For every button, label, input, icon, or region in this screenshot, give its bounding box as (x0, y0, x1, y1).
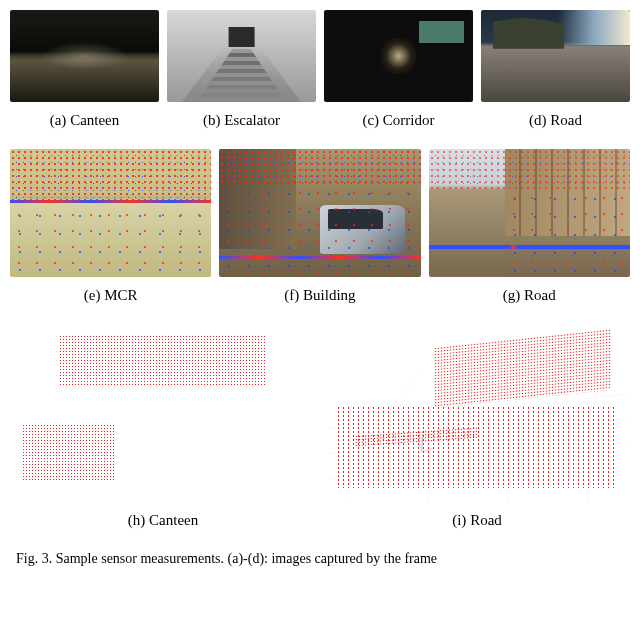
row-2: (e) MCR (f) Building (10, 149, 630, 318)
caption-label: Road (470, 512, 502, 528)
caption-tag: (a) (50, 112, 67, 128)
feature-overlay-sparse (10, 207, 211, 277)
caption-b: (b) Escalator (203, 112, 280, 129)
caption-label: Canteen (149, 512, 198, 528)
feature-overlay (219, 149, 420, 185)
image-mcr (10, 149, 211, 277)
panel-d: (d) Road (481, 10, 630, 143)
panel-h: (h) Canteen (10, 324, 316, 543)
escalator-steps-pattern (197, 49, 286, 102)
points-region (28, 385, 297, 424)
image-road-dark (481, 10, 630, 102)
panel-b: (b) Escalator (167, 10, 316, 143)
caption-c: (c) Corridor (362, 112, 434, 129)
caption-tag: (d) (529, 112, 547, 128)
caption-label: Canteen (70, 112, 119, 128)
feature-overlay-sparse (219, 185, 420, 277)
panel-i: (i) Road (324, 324, 630, 543)
figure-caption-text: Sample sensor measurements. (a)-(d): ima… (56, 551, 437, 566)
pointcloud-canteen (10, 324, 316, 502)
panel-a: (a) Canteen (10, 10, 159, 143)
row-1: (a) Canteen (b) Escalator (c) Corridor (10, 10, 630, 143)
caption-h: (h) Canteen (128, 512, 198, 529)
figure-caption: Fig. 3. Sample sensor measurements. (a)-… (10, 551, 630, 567)
points-region (336, 406, 618, 488)
caption-tag: (i) (452, 512, 466, 528)
feature-overlay (429, 149, 630, 190)
caption-label: Corridor (383, 112, 435, 128)
image-escalator (167, 10, 316, 102)
caption-label: Escalator (224, 112, 280, 128)
caption-tag: (b) (203, 112, 221, 128)
caption-label: MCR (104, 287, 137, 303)
caption-label: Building (303, 287, 356, 303)
image-road-day (429, 149, 630, 277)
feature-overlay-sparse (505, 190, 630, 277)
image-canteen (10, 10, 159, 102)
caption-tag: (f) (284, 287, 299, 303)
caption-f: (f) Building (284, 287, 355, 304)
caption-tag: (g) (503, 287, 521, 303)
caption-i: (i) Road (452, 512, 502, 529)
caption-g: (g) Road (503, 287, 556, 304)
panel-c: (c) Corridor (324, 10, 473, 143)
caption-d: (d) Road (529, 112, 582, 129)
panel-e: (e) MCR (10, 149, 211, 318)
figure-3: (a) Canteen (b) Escalator (c) Corridor (10, 10, 630, 567)
caption-a: (a) Canteen (50, 112, 120, 129)
points-region (10, 377, 59, 466)
caption-tag: (c) (362, 112, 379, 128)
caption-tag: (e) (84, 287, 101, 303)
feature-overlay-line (10, 200, 211, 203)
points-region (434, 329, 611, 408)
feature-overlay-line (429, 245, 630, 249)
caption-tag: (h) (128, 512, 146, 528)
image-building (219, 149, 420, 277)
feature-overlay-line (219, 256, 420, 259)
lidar-points (10, 324, 316, 502)
points-region (342, 338, 434, 391)
lidar-points (324, 324, 630, 502)
corridor-sign (419, 21, 464, 43)
image-corridor (324, 10, 473, 102)
caption-label: Road (524, 287, 556, 303)
row-3: (h) Canteen (10, 324, 630, 543)
panel-f: (f) Building (219, 149, 420, 318)
points-region (114, 424, 304, 488)
pointcloud-road (324, 324, 630, 502)
feature-overlay (10, 149, 211, 200)
panel-g: (g) Road (429, 149, 630, 318)
caption-e: (e) MCR (84, 287, 138, 304)
figure-number: Fig. 3. (16, 551, 52, 566)
points-region (59, 335, 267, 385)
caption-label: Road (550, 112, 582, 128)
